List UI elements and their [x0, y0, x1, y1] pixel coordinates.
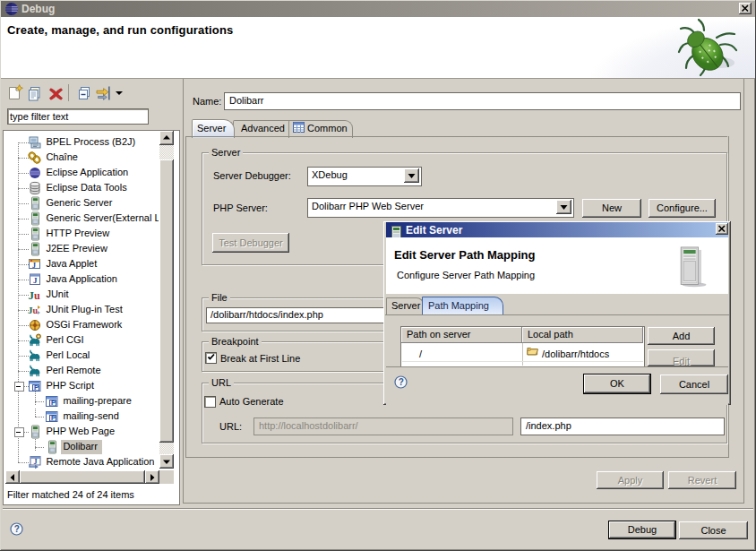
svg-text:P: P	[51, 414, 56, 422]
svg-text:?: ?	[14, 524, 20, 534]
svg-text:J: J	[34, 457, 38, 465]
svg-text:P: P	[51, 399, 56, 407]
svg-text:J: J	[32, 262, 36, 270]
svg-text:P: P	[34, 383, 39, 392]
svg-text:J: J	[33, 276, 38, 285]
svg-text:u: u	[34, 288, 40, 301]
svg-text:u: u	[33, 305, 39, 314]
svg-text:?: ?	[399, 377, 404, 387]
